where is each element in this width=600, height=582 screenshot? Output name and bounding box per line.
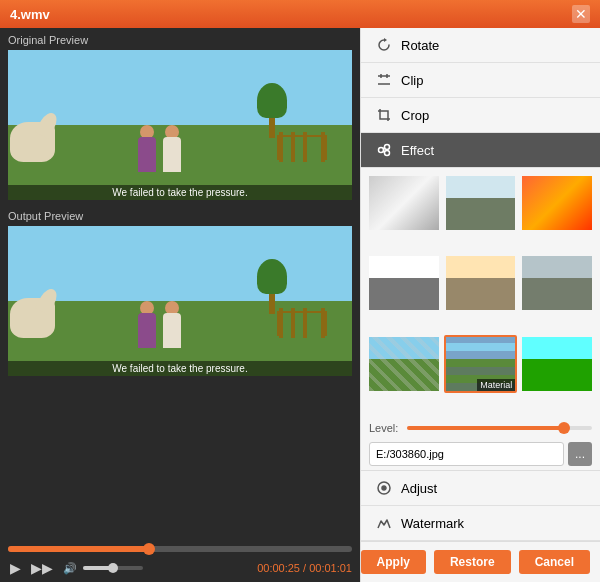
level-thumb[interactable] (558, 422, 570, 434)
horse-figure-2 (10, 293, 60, 348)
tool-crop[interactable]: Crop (361, 98, 600, 133)
effect-thumb-0[interactable] (367, 174, 441, 232)
figure-body-3 (138, 313, 156, 348)
effect-thumb-6[interactable] (367, 335, 441, 393)
effect-inner-3 (369, 256, 439, 310)
crop-label: Crop (401, 108, 429, 123)
figure-body-4 (163, 313, 181, 348)
svg-line-8 (384, 150, 385, 153)
tool-rotate[interactable]: Rotate (361, 28, 600, 63)
fence-post-7 (303, 308, 307, 338)
cancel-button[interactable]: Cancel (519, 550, 590, 574)
svg-point-5 (385, 145, 390, 150)
clip-label: Clip (401, 73, 423, 88)
original-video-preview: We failed to take the pressure. (8, 50, 352, 200)
restore-button[interactable]: Restore (434, 550, 511, 574)
horse-figure (10, 117, 60, 172)
fence-post-5 (279, 308, 283, 338)
time-display: 00:00:25 / 00:01:01 (257, 562, 352, 574)
tree-top-2 (257, 259, 287, 294)
volume-thumb[interactable] (108, 563, 118, 573)
figure-3 (138, 301, 156, 348)
effect-thumb-7[interactable]: Material (444, 335, 518, 393)
clip-icon (375, 71, 393, 89)
effect-thumb-4[interactable] (444, 254, 518, 312)
fence-decoration-2 (277, 311, 327, 336)
progress-area: ▶ ▶▶ 🔊 00:00:25 / 00:01:01 (8, 540, 352, 576)
close-button[interactable]: ✕ (572, 5, 590, 23)
effect-icon (375, 141, 393, 159)
effect-inner-1 (446, 176, 516, 230)
tool-effect[interactable]: Effect (361, 133, 600, 168)
right-panel: Rotate Clip Crop (360, 28, 600, 582)
level-track[interactable] (407, 426, 592, 430)
svg-point-4 (379, 148, 384, 153)
figure-4 (163, 301, 181, 348)
tree-decoration (257, 83, 287, 138)
original-preview-label: Original Preview (8, 34, 352, 46)
level-row: Level: (361, 418, 600, 438)
window-title: 4.wmv (10, 7, 50, 22)
output-video-preview: We failed to take the pressure. (8, 226, 352, 376)
skip-button[interactable]: ▶▶ (29, 560, 55, 576)
effect-thumb-8[interactable] (520, 335, 594, 393)
bottom-tools: Adjust Watermark (361, 470, 600, 541)
controls-row: ▶ ▶▶ 🔊 00:00:25 / 00:01:01 (8, 560, 352, 576)
figure-body-2 (163, 137, 181, 172)
tool-clip[interactable]: Clip (361, 63, 600, 98)
watermark-label: Watermark (401, 516, 464, 531)
volume-control: 🔊 (61, 562, 143, 575)
effect-inner-2 (522, 176, 592, 230)
volume-icon[interactable]: 🔊 (61, 562, 79, 575)
fence-post-3 (303, 132, 307, 162)
total-time: 00:01:01 (309, 562, 352, 574)
progress-bar[interactable] (8, 546, 352, 552)
tool-watermark[interactable]: Watermark (361, 506, 600, 541)
output-scene: We failed to take the pressure. (8, 226, 352, 376)
figure-body-1 (138, 137, 156, 172)
fence-post-4 (321, 132, 325, 162)
filepath-input[interactable] (369, 442, 564, 466)
play-button[interactable]: ▶ (8, 560, 23, 576)
effect-inner-8 (522, 337, 592, 391)
watermark-icon (375, 514, 393, 532)
effect-inner-6 (369, 337, 439, 391)
effects-grid: Material (361, 168, 600, 418)
current-time: 00:00:25 (257, 562, 300, 574)
main-area: Original Preview (0, 28, 600, 582)
fence-decoration (277, 135, 327, 160)
crop-icon (375, 106, 393, 124)
apply-button[interactable]: Apply (361, 550, 426, 574)
fence-post-8 (321, 308, 325, 338)
tree-trunk-2 (269, 294, 275, 314)
figure-2 (163, 125, 181, 172)
progress-thumb[interactable] (143, 543, 155, 555)
browse-button[interactable]: ... (568, 442, 592, 466)
original-scene: We failed to take the pressure. (8, 50, 352, 200)
effect-thumb-3[interactable] (367, 254, 441, 312)
left-panel: Original Preview (0, 28, 360, 582)
effect-inner-4 (446, 256, 516, 310)
effect-inner-5 (522, 256, 592, 310)
svg-point-6 (385, 151, 390, 156)
volume-track[interactable] (83, 566, 143, 570)
effect-label: Effect (401, 143, 434, 158)
fence-post-2 (291, 132, 295, 162)
title-bar: 4.wmv ✕ (0, 0, 600, 28)
time-separator: / (300, 562, 309, 574)
level-label: Level: (369, 422, 401, 434)
output-subtitle: We failed to take the pressure. (8, 361, 352, 376)
effect-thumb-5[interactable] (520, 254, 594, 312)
svg-point-10 (382, 486, 386, 490)
adjust-icon (375, 479, 393, 497)
effect-thumb-2[interactable] (520, 174, 594, 232)
rotate-label: Rotate (401, 38, 439, 53)
tree-top (257, 83, 287, 118)
effect-thumb-1[interactable] (444, 174, 518, 232)
tree-trunk (269, 118, 275, 138)
level-fill (407, 426, 564, 430)
fence-post-1 (279, 132, 283, 162)
tool-adjust[interactable]: Adjust (361, 471, 600, 506)
effect-inner-0 (369, 176, 439, 230)
output-preview-label: Output Preview (8, 210, 352, 222)
